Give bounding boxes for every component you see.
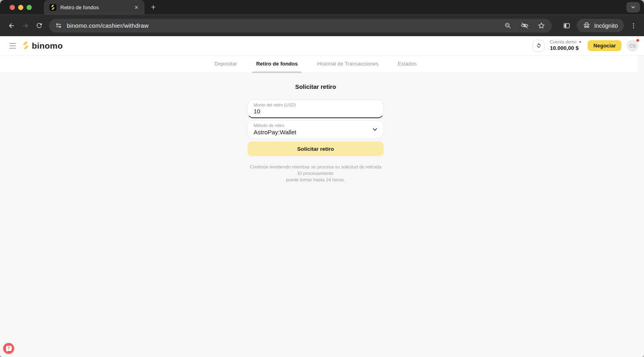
bookmark-star-icon[interactable] [537, 22, 545, 30]
incognito-icon [583, 22, 590, 29]
binomo-favicon-icon [50, 4, 56, 11]
url-text[interactable]: binomo.com/cashier/withdraw [67, 22, 499, 29]
reload-icon [35, 22, 43, 29]
tab-estados[interactable]: Estados [394, 55, 420, 73]
kebab-menu-icon [630, 22, 637, 29]
tab-title: Retiro de fondos [60, 4, 128, 10]
question-mark-icon: ? [7, 347, 10, 351]
incognito-label: Incógnito [594, 23, 618, 29]
tab-retiro-de-fondos[interactable]: Retiro de fondos [252, 55, 301, 73]
browser-window: Retiro de fondos ✕ + [0, 0, 644, 357]
arrow-forward-icon [21, 22, 29, 30]
method-label: Método de retiro [254, 123, 378, 128]
avatar[interactable]: CS [627, 40, 638, 51]
amount-label: Monto del retiro (USD) [254, 103, 378, 107]
arrow-back-icon [8, 22, 16, 30]
sync-icon [536, 43, 542, 49]
site-header: binomo Cuenta demo ▾ 10.000,00 $ Negocia… [0, 36, 644, 55]
withdraw-main: Solicitar retiro Monto del retiro (USD) … [0, 73, 644, 357]
help-chat-button[interactable]: ? [3, 343, 14, 354]
browser-tab[interactable]: Retiro de fondos ✕ [44, 0, 144, 14]
site-settings-icon[interactable] [52, 20, 64, 31]
amount-input[interactable] [254, 107, 378, 115]
header-right: Cuenta demo ▾ 10.000,00 $ Negociar CS [533, 39, 638, 52]
toolbar-right: Incógnito [555, 19, 639, 33]
incognito-badge: Incógnito [577, 19, 624, 32]
hamburger-menu-button[interactable] [6, 39, 19, 53]
forward-button[interactable] [19, 19, 32, 33]
new-tab-button[interactable]: + [148, 2, 159, 13]
account-selector[interactable]: Cuenta demo ▾ 10.000,00 $ [550, 39, 581, 52]
trade-button[interactable]: Negociar [588, 40, 621, 51]
page-content: binomo Cuenta demo ▾ 10.000,00 $ Negocia… [0, 36, 644, 357]
side-panel-icon [563, 22, 571, 30]
window-controls [0, 5, 39, 10]
close-tab-icon[interactable]: ✕ [132, 3, 140, 11]
refresh-balance-button[interactable] [533, 40, 545, 52]
binomo-logo[interactable]: binomo [23, 41, 63, 51]
tab-historial-de-transacciones[interactable]: Historial de Transacciones [314, 55, 382, 73]
amount-field[interactable]: Monto del retiro (USD) [248, 100, 384, 118]
back-button[interactable] [5, 19, 19, 33]
zoom-icon[interactable] [504, 22, 512, 30]
omnibox-trailing-icons [504, 21, 545, 30]
caret-down-icon: ▾ [579, 40, 581, 44]
processing-note: Continúe invirtiendo mientras se procesa… [248, 164, 384, 183]
page-title: Solicitar retiro [248, 83, 384, 90]
tab-search-button[interactable] [626, 2, 640, 12]
cashier-tabs: Depositar Retiro de fondos Historial de … [0, 55, 638, 73]
chevron-down-icon [372, 126, 378, 133]
note-line-2: puede tomar hasta 24 horas. [286, 177, 345, 182]
avatar-initials: CS [630, 43, 636, 48]
method-select[interactable]: Método de retiro AstroPay:Wallet [248, 120, 384, 139]
browser-tab-strip: Retiro de fondos ✕ + [0, 0, 644, 14]
minimize-window-button[interactable] [18, 5, 23, 10]
note-line-1: Continúe invirtiendo mientras se procesa… [250, 164, 382, 176]
address-bar[interactable]: binomo.com/cashier/withdraw [49, 19, 552, 33]
submit-withdraw-button[interactable]: Solicitar retiro [248, 142, 384, 156]
browser-toolbar: binomo.com/cashier/withdraw [0, 14, 644, 36]
maximize-window-button[interactable] [27, 5, 32, 10]
logo-text: binomo [32, 41, 63, 51]
notification-dot [636, 39, 639, 42]
tab-depositar[interactable]: Depositar [211, 55, 241, 73]
binomo-bolt-icon [23, 41, 29, 50]
side-panel-button[interactable] [560, 19, 574, 33]
eye-off-icon[interactable] [520, 21, 529, 30]
account-type-label: Cuenta demo [550, 39, 576, 45]
withdraw-form: Solicitar retiro Monto del retiro (USD) … [248, 83, 384, 183]
account-balance: 10.000,00 $ [550, 45, 581, 52]
browser-menu-button[interactable] [628, 20, 639, 31]
chevron-down-icon [630, 4, 636, 10]
reload-button[interactable] [32, 19, 46, 33]
chat-bubble-icon: ? [6, 346, 12, 351]
close-window-button[interactable] [10, 5, 15, 10]
method-value: AstroPay:Wallet [254, 128, 378, 135]
